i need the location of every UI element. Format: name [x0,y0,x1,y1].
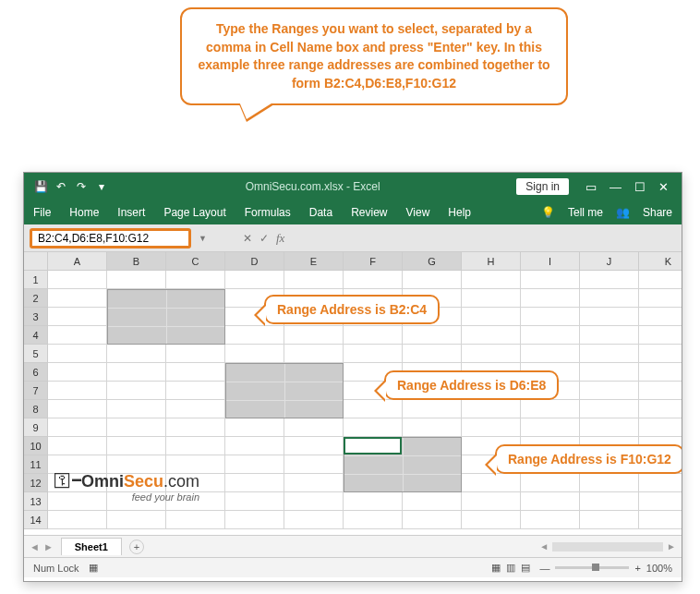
signin-button[interactable]: Sign in [516,178,569,195]
select-all-corner[interactable] [24,252,48,271]
cell[interactable] [48,345,107,363]
cell[interactable] [521,345,580,363]
cell[interactable] [48,418,107,437]
cell[interactable] [639,363,682,382]
tellme-input[interactable]: Tell me [566,202,605,223]
cell[interactable] [166,345,225,363]
row-header-12[interactable]: 12 [24,474,47,492]
cell[interactable] [462,326,521,345]
cell[interactable] [521,271,580,289]
cell[interactable] [344,492,403,511]
cell[interactable] [284,492,344,511]
row-header-1[interactable]: 1 [24,271,47,289]
cell[interactable] [521,418,580,437]
page-break-view-icon[interactable]: ▤ [521,562,530,574]
redo-icon[interactable]: ↷ [74,179,89,194]
row-header-10[interactable]: 10 [24,437,47,455]
fx-label[interactable]: fx [276,231,284,246]
cell[interactable] [580,308,639,326]
cell[interactable] [284,511,344,529]
cell[interactable] [521,474,580,492]
zoom-level[interactable]: 100% [646,563,672,574]
col-header-h[interactable]: H [462,252,521,270]
cell[interactable] [403,271,462,289]
hscroll-right-icon[interactable]: ► [667,541,676,552]
cell[interactable] [48,308,107,326]
cell[interactable] [225,511,284,529]
col-header-e[interactable]: E [284,252,344,270]
cell[interactable] [166,511,225,529]
name-box[interactable]: B2:C4,D6:E8,F10:G12 [30,228,191,249]
cell[interactable] [225,345,284,363]
row-header-6[interactable]: 6 [24,363,47,382]
cell[interactable] [462,271,521,289]
cell[interactable] [344,326,403,345]
cell[interactable] [166,271,225,289]
row-header-7[interactable]: 7 [24,382,47,400]
cell[interactable] [580,492,639,511]
cell[interactable] [580,271,639,289]
cell[interactable] [462,474,521,492]
zoom-slider[interactable] [555,566,629,569]
cell[interactable] [166,400,225,418]
hscroll-left-icon[interactable]: ◄ [539,541,549,552]
cell[interactable] [580,382,639,400]
cell[interactable] [225,271,284,289]
tab-insert[interactable]: Insert [115,202,147,223]
row-header-3[interactable]: 3 [24,308,47,326]
col-header-i[interactable]: I [521,252,580,270]
cell[interactable] [639,345,682,363]
cell[interactable] [107,271,166,289]
undo-icon[interactable]: ↶ [54,179,68,194]
tab-help[interactable]: Help [446,202,473,223]
tab-page-layout[interactable]: Page Layout [162,202,227,223]
row-header-13[interactable]: 13 [24,492,47,511]
cell[interactable] [580,400,639,418]
cell[interactable] [639,326,682,345]
cell[interactable] [462,418,521,437]
cell[interactable] [107,345,166,363]
cancel-icon[interactable]: ✕ [243,232,252,245]
cell[interactable] [166,363,225,382]
active-cell-f10[interactable] [344,437,402,455]
cell[interactable] [166,382,225,400]
row-header-8[interactable]: 8 [24,400,47,418]
sheet-next-icon[interactable]: ► [43,541,54,552]
cell[interactable] [48,511,107,529]
sheet-prev-icon[interactable]: ◄ [30,541,40,552]
cell[interactable] [284,437,344,455]
cell[interactable] [48,382,107,400]
row-header-11[interactable]: 11 [24,455,47,474]
col-header-j[interactable]: J [580,252,639,270]
tab-formulas[interactable]: Formulas [243,202,293,223]
cell[interactable] [344,400,403,418]
cell[interactable] [48,400,107,418]
cell[interactable] [639,382,682,400]
cell[interactable] [580,345,639,363]
macro-record-icon[interactable]: ▦ [89,562,98,574]
cell[interactable] [521,492,580,511]
page-layout-view-icon[interactable]: ▥ [506,562,515,574]
cell[interactable] [521,308,580,326]
cell[interactable] [48,326,107,345]
hscroll-track[interactable] [552,542,663,552]
cell[interactable] [639,492,682,511]
sheet-tab-active[interactable]: Sheet1 [61,538,122,555]
zoom-in-icon[interactable]: + [634,563,640,574]
cell[interactable] [639,308,682,326]
zoom-out-icon[interactable]: — [539,563,549,574]
row-header-9[interactable]: 9 [24,418,47,437]
cell[interactable] [403,511,462,529]
tab-file[interactable]: File [31,202,53,223]
cell[interactable] [639,511,682,529]
cell[interactable] [48,437,107,455]
col-header-k[interactable]: K [639,252,682,270]
cell[interactable] [225,437,284,455]
col-header-a[interactable]: A [48,252,107,270]
cell[interactable] [344,345,403,363]
column-headers[interactable]: ABCDEFGHIJK [48,252,682,271]
cell[interactable] [284,271,344,289]
col-header-c[interactable]: C [166,252,225,270]
cell[interactable] [462,308,521,326]
cell[interactable] [403,400,462,418]
